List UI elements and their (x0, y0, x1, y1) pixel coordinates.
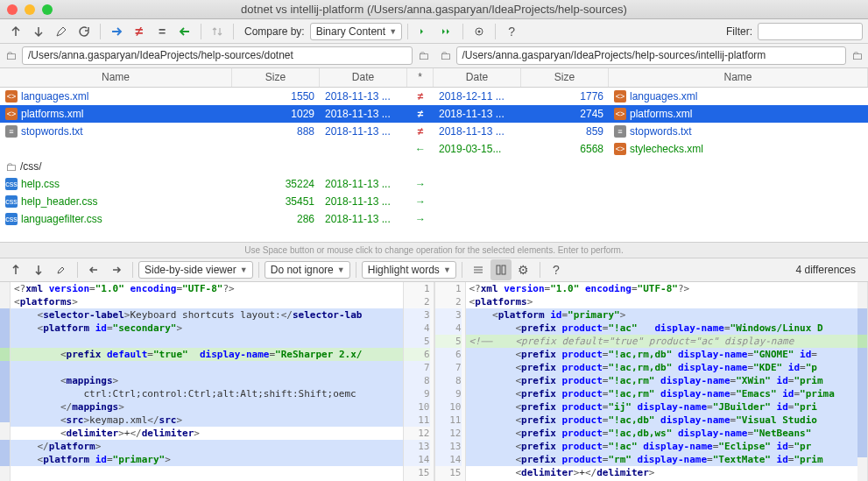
separator (462, 24, 463, 39)
txt-file-icon: ≡ (614, 125, 626, 138)
diff-viewer: <?xml version="1.0" encoding="UTF-8"?><p… (0, 282, 868, 481)
left-path: 🗀 /Users/anna.gasparyan/IdeaProjects/hel… (0, 46, 434, 65)
table-row[interactable]: csshelp_header.css354512018-11-13 ...→ (0, 193, 868, 210)
diff-indicator[interactable]: ≠ (407, 108, 434, 120)
svg-point-1 (478, 30, 481, 32)
separator (462, 262, 462, 278)
viewer-dropdown[interactable]: Side-by-side viewer (138, 261, 253, 279)
help-icon[interactable]: ? (546, 259, 567, 280)
file-name: platforms.xml (630, 108, 692, 120)
forward-icon[interactable] (106, 259, 127, 280)
arrow-left-green-icon[interactable] (174, 21, 195, 42)
collapse-icon[interactable] (468, 259, 489, 280)
separator (201, 24, 201, 39)
equal-icon[interactable]: = (152, 21, 173, 42)
swap-icon[interactable] (207, 21, 228, 42)
left-code-pane[interactable]: <?xml version="1.0" encoding="UTF-8"?><p… (11, 282, 403, 481)
run-all-icon[interactable] (436, 21, 457, 42)
arrow-right-blue-icon[interactable] (106, 21, 127, 42)
diff-toolbar: Side-by-side viewer Do not ignore Highli… (0, 258, 868, 282)
diff-indicator[interactable]: ≠ (407, 90, 434, 103)
right-path: 🗀 /Users/anna.gasparyan/IdeaProjects/hel… (434, 46, 869, 65)
xml-file-icon: <> (614, 143, 626, 155)
diff-indicator[interactable]: ≠ (407, 125, 434, 138)
left-path-input[interactable]: /Users/anna.gasparyan/IdeaProjects/help-… (22, 46, 413, 65)
separator (132, 262, 133, 278)
sync-scroll-icon[interactable] (490, 259, 512, 280)
table-row[interactable]: <>languages.xml15502018-11-13 ...≠2018-1… (0, 88, 868, 105)
right-overview-gutter[interactable] (857, 282, 868, 481)
xml-file-icon: <> (614, 90, 626, 103)
txt-file-icon: ≡ (5, 125, 18, 138)
browse-icon[interactable]: 🗀 (418, 49, 429, 62)
settings-icon[interactable] (469, 21, 490, 42)
css-file-icon: css (5, 213, 18, 225)
not-equal-icon[interactable]: ≠ (129, 21, 150, 42)
gear-icon[interactable]: ⚙ (513, 259, 534, 280)
table-row[interactable]: ←2019-03-15...6568<>stylechecks.xml (0, 140, 868, 158)
col-date-left[interactable]: Date (320, 68, 407, 87)
path-bar: 🗀 /Users/anna.gasparyan/IdeaProjects/hel… (0, 44, 868, 68)
folder-icon: 🗀 (5, 49, 17, 62)
hint-bar: Use Space button or mouse click to chang… (0, 242, 868, 258)
col-name-left[interactable]: Name (0, 68, 232, 87)
file-name: languages.xml (21, 90, 88, 103)
file-name: help.css (21, 178, 60, 190)
browse-icon[interactable]: 🗀 (851, 49, 863, 62)
css-file-icon: css (5, 195, 18, 208)
table-row[interactable]: ≡stopwords.txt8882018-11-13 ...≠2018-11-… (0, 123, 868, 140)
table-row[interactable]: 🗀/css/ (0, 158, 868, 175)
right-code-pane[interactable]: <?xml version="1.0" encoding="UTF-8"?><p… (466, 282, 858, 481)
main-toolbar: ≠ = Compare by: Binary Content ? Filter:… (0, 19, 868, 44)
edit-icon[interactable] (51, 21, 72, 42)
col-name-right[interactable]: Name (609, 68, 868, 87)
title-bar: dotnet vs intellij-platform (/Users/anna… (0, 0, 868, 19)
ignore-dropdown[interactable]: Do not ignore (265, 261, 350, 279)
edit-icon[interactable] (51, 259, 72, 280)
diff-indicator[interactable]: → (407, 213, 434, 225)
separator (100, 24, 101, 39)
line-number-gutters: 123456789101112131415 123456789101112131… (403, 282, 466, 481)
filter-group: Filter: ⌕ (726, 23, 863, 40)
window-title: dotnet vs intellij-platform (/Users/anna… (0, 3, 868, 16)
separator (77, 262, 78, 278)
table-row[interactable]: csshelp.css352242018-11-13 ...→ (0, 175, 868, 193)
file-name: stopwords.txt (630, 125, 692, 138)
file-name: languages.xml (630, 90, 697, 103)
separator (233, 24, 234, 39)
file-name: help_header.css (21, 195, 97, 208)
separator (495, 24, 496, 39)
col-diff[interactable]: * (407, 68, 434, 87)
filter-input[interactable] (758, 23, 863, 40)
col-date-right[interactable]: Date (434, 68, 521, 87)
col-size-right[interactable]: Size (521, 68, 609, 87)
xml-file-icon: <> (5, 90, 18, 103)
filter-label: Filter: (726, 25, 752, 38)
diff-indicator[interactable]: → (407, 178, 434, 190)
back-icon[interactable] (83, 259, 104, 280)
compare-by-dropdown[interactable]: Binary Content (310, 23, 402, 40)
file-name: stopwords.txt (21, 125, 83, 138)
compare-by-label: Compare by: (244, 25, 305, 38)
left-overview-gutter[interactable] (0, 282, 11, 481)
xml-file-icon: <> (5, 108, 18, 120)
step-over-icon[interactable] (413, 21, 434, 42)
table-row[interactable]: <>platforms.xml10292018-11-13 ...≠2018-1… (0, 105, 868, 123)
right-path-input[interactable]: /Users/anna.gasparyan/IdeaProjects/help-… (456, 46, 847, 65)
right-line-numbers: 123456789101112131415 (434, 282, 466, 481)
arrow-down-icon[interactable] (28, 21, 49, 42)
help-icon[interactable]: ? (501, 21, 522, 42)
table-row[interactable]: csslanguagefilter.css2862018-11-13 ...→ (0, 210, 868, 228)
next-diff-icon[interactable] (28, 259, 49, 280)
file-list[interactable]: <>languages.xml15502018-11-13 ...≠2018-1… (0, 88, 868, 242)
arrow-up-icon[interactable] (5, 21, 26, 42)
highlight-dropdown[interactable]: Highlight words (362, 261, 456, 279)
svg-rect-3 (502, 265, 505, 274)
diff-indicator[interactable]: → (407, 195, 434, 208)
prev-diff-icon[interactable] (5, 259, 26, 280)
col-size-left[interactable]: Size (232, 68, 320, 87)
refresh-icon[interactable] (74, 21, 95, 42)
separator (540, 262, 540, 278)
diff-indicator[interactable]: ← (407, 143, 434, 155)
svg-rect-2 (497, 265, 500, 274)
